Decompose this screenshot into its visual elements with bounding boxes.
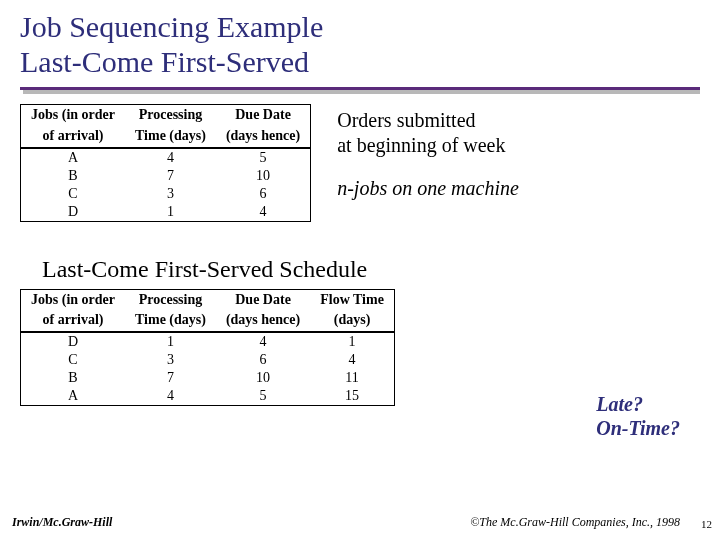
t2-h3b: (days) [310, 310, 394, 332]
t2-h1a: Processing [125, 289, 216, 310]
table-row: D 1 4 [21, 203, 311, 222]
late-ontime-callout: Late? On-Time? [596, 392, 680, 440]
table-row: A 4 5 [21, 148, 311, 167]
footer-publisher: Irwin/Mc.Graw-Hill [12, 515, 112, 530]
t2-h1b: Time (days) [125, 310, 216, 332]
table-row: C 3 6 [21, 185, 311, 203]
side-notes: Orders submitted at beginning of week n-… [337, 104, 519, 201]
schedule-table: Jobs (in order Processing Due Date Flow … [20, 289, 700, 407]
table-row: B 7 10 11 [21, 369, 395, 387]
title-line-2: Last-Come First-Served [20, 45, 700, 80]
footer-copyright: ©The Mc.Graw-Hill Companies, Inc., 1998 [470, 515, 680, 530]
title-line-1: Job Sequencing Example [20, 10, 700, 45]
t2-h3a: Flow Time [310, 289, 394, 310]
t1-h0a: Jobs (in order [21, 105, 126, 126]
arrival-table: Jobs (in order Processing Due Date of ar… [20, 104, 311, 222]
table-row: D 1 4 1 [21, 332, 395, 351]
table-row: C 3 6 4 [21, 351, 395, 369]
t1-h2b: (days hence) [216, 126, 311, 148]
t2-h0b: of arrival) [21, 310, 126, 332]
note-orders-a: Orders submitted [337, 108, 519, 133]
t1-h2a: Due Date [216, 105, 311, 126]
schedule-subheading: Last-Come First-Served Schedule [42, 256, 700, 283]
table-row: A 4 5 15 [21, 387, 395, 406]
t1-h1a: Processing [125, 105, 216, 126]
t2-h0a: Jobs (in order [21, 289, 126, 310]
t2-h2b: (days hence) [216, 310, 310, 332]
note-njobs: n-jobs on one machine [337, 176, 519, 201]
slide-title: Job Sequencing Example Last-Come First-S… [20, 10, 700, 79]
title-divider-shadow [23, 90, 700, 94]
table-row: B 7 10 [21, 167, 311, 185]
t1-h1b: Time (days) [125, 126, 216, 148]
t2-h2a: Due Date [216, 289, 310, 310]
page-number: 12 [701, 518, 712, 530]
callout-ontime: On-Time? [596, 416, 680, 440]
t1-h0b: of arrival) [21, 126, 126, 148]
note-orders-b: at beginning of week [337, 133, 519, 158]
callout-late: Late? [596, 392, 680, 416]
